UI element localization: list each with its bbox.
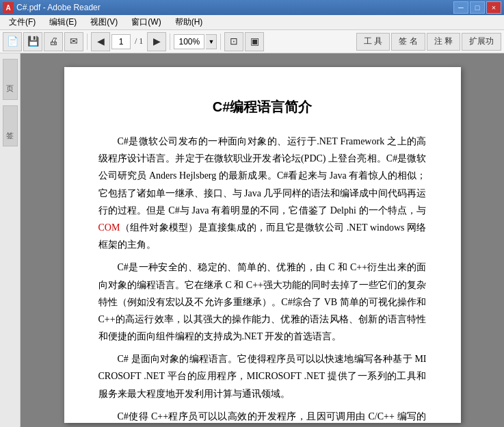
tb-expand-button[interactable]: 扩展功 xyxy=(462,33,501,51)
pdf-page: C#编程语言简介 C#是微软公司发布的一种面向对象的、运行于.NET Frame… xyxy=(64,67,461,423)
zoom-dropdown[interactable]: ▼ xyxy=(206,34,217,49)
sidebar-pages-btn[interactable]: 页 xyxy=(3,59,18,100)
tb-sign-button[interactable]: 签 名 xyxy=(391,33,425,51)
close-button[interactable]: × xyxy=(486,1,501,14)
tb-fit-button[interactable]: ⊡ xyxy=(224,32,243,51)
zoom-input[interactable] xyxy=(174,34,204,49)
menu-help[interactable]: 帮助(H) xyxy=(169,14,209,30)
tb-save-button[interactable]: 💾 xyxy=(23,32,42,51)
menu-window[interactable]: 窗口(W) xyxy=(125,14,167,30)
pdf-area[interactable]: C#编程语言简介 C#是微软公司发布的一种面向对象的、运行于.NET Frame… xyxy=(21,53,504,427)
app-icon: A xyxy=(3,2,14,13)
menu-edit[interactable]: 编辑(E) xyxy=(43,14,83,30)
tb-open-button[interactable]: 📄 xyxy=(3,32,22,51)
menu-file[interactable]: 文件(F) xyxy=(3,14,42,30)
tb-separator-3 xyxy=(220,34,221,50)
title-bar: A C#.pdf - Adobe Reader ─ □ × xyxy=(0,0,504,15)
pdf-paragraph-4: C#使得 C++程序员可以以高效的开发程序，且因可调用由 C/C++ 编写的本机… xyxy=(98,408,427,427)
page-number-input[interactable]: 1 xyxy=(111,34,131,49)
window-title: C#.pdf - Adobe Reader xyxy=(16,3,101,12)
tb-email-button[interactable]: ✉ xyxy=(64,32,83,51)
maximize-button[interactable]: □ xyxy=(470,1,485,14)
menu-bar: 文件(F) 编辑(E) 视图(V) 窗口(W) 帮助(H) xyxy=(0,15,504,30)
tb-select-button[interactable]: ▣ xyxy=(245,32,264,51)
sidebar: 页 签 xyxy=(0,53,21,427)
tb-next-button[interactable]: ▶ xyxy=(147,32,166,51)
pdf-paragraph-1: C#是微软公司发布的一种面向对象的、运行于.NET Framework 之上的高… xyxy=(98,133,427,253)
tb-comment-button[interactable]: 注 释 xyxy=(427,33,460,51)
page-total: / 1 xyxy=(132,36,146,47)
tb-separator-1 xyxy=(87,34,88,50)
toolbar: 📄 💾 🖨 ✉ ◀ 1 / 1 ▶ ▼ ⊡ ▣ 工 具 签 名 注 释 扩展功 xyxy=(0,30,504,53)
menu-view[interactable]: 视图(V) xyxy=(84,14,124,30)
main-layout: 页 签 C#编程语言简介 C#是微软公司发布的一种面向对象的、运行于.NET F… xyxy=(0,53,504,427)
highlight-com: COM xyxy=(98,222,120,233)
pdf-title: C#编程语言简介 xyxy=(98,94,427,119)
sidebar-bookmarks-btn[interactable]: 签 xyxy=(3,105,18,146)
minimize-button[interactable]: ─ xyxy=(453,1,468,14)
pdf-paragraph-3: C# 是面向对象的编程语言。它使得程序员可以以快速地编写各种基于 MICROSO… xyxy=(98,350,427,402)
tb-separator-2 xyxy=(170,34,170,50)
pdf-paragraph-2: C#是一种安全的、稳定的、简单的、优雅的，由 C 和 C++衍生出来的面向对象的… xyxy=(98,259,427,345)
title-bar-left: A C#.pdf - Adobe Reader xyxy=(3,2,101,13)
window-controls: ─ □ × xyxy=(453,1,501,14)
tb-tools-button[interactable]: 工 具 xyxy=(356,33,390,51)
tb-print-button[interactable]: 🖨 xyxy=(44,32,63,51)
tb-prev-button[interactable]: ◀ xyxy=(91,32,110,51)
